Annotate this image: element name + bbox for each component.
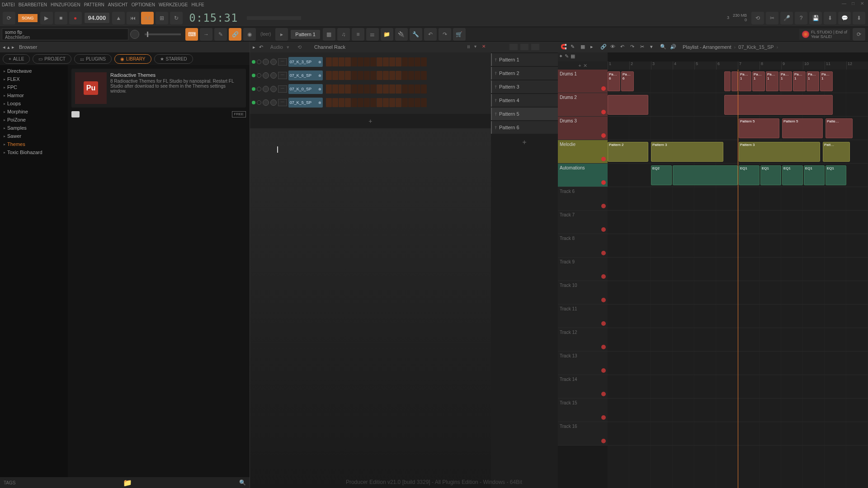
channel-pan-knob[interactable]	[263, 59, 269, 65]
time-display[interactable]: 0:15:31	[189, 12, 238, 24]
channel-pan-knob[interactable]	[263, 99, 269, 106]
tree-toxic[interactable]: Toxic Biohazard	[0, 148, 68, 156]
pl-magnet-icon[interactable]: 🧲	[561, 44, 568, 50]
browser-back-icon[interactable]: ◂	[3, 44, 5, 50]
step[interactable]	[351, 98, 357, 107]
close-button[interactable]: ✕	[858, 1, 866, 7]
help-button[interactable]: ?	[795, 12, 807, 24]
tool-button[interactable]: 🔧	[410, 28, 422, 41]
step[interactable]	[339, 71, 344, 80]
save-button[interactable]: 💾	[809, 12, 822, 24]
clip[interactable]: EQ1	[739, 165, 760, 185]
channel-vol-knob[interactable]	[270, 59, 277, 65]
step[interactable]	[402, 84, 408, 94]
step[interactable]	[421, 71, 427, 80]
tree-harmor[interactable]: Harmor	[0, 91, 68, 99]
account-button[interactable]: ⬇	[853, 12, 865, 24]
tab-plugins[interactable]: ⚏PLUGINS	[74, 54, 112, 64]
pl-tool-2[interactable]: ▦	[580, 44, 588, 50]
clip[interactable]: Pattern 5	[739, 118, 779, 138]
step[interactable]	[364, 84, 370, 94]
tab-project[interactable]: ▭PROJECT	[33, 54, 71, 64]
clip[interactable]: Patt…	[823, 142, 850, 162]
channel-route[interactable]: ---	[278, 85, 287, 93]
rack-dropdown-icon[interactable]: ▾	[287, 44, 289, 50]
step[interactable]	[370, 84, 376, 94]
pl-add-icon[interactable]: ✦	[559, 53, 563, 61]
main-volume-knob[interactable]	[130, 30, 139, 39]
step[interactable]	[383, 57, 389, 66]
undo-button[interactable]: ↶	[424, 28, 437, 41]
record-button[interactable]: ●	[69, 12, 82, 24]
step[interactable]	[364, 57, 370, 66]
midi-button[interactable]: ✂	[766, 12, 778, 24]
clip[interactable]: Pattern 2	[608, 142, 648, 162]
tab-starred[interactable]: ★STARRED	[154, 54, 193, 64]
step[interactable]	[415, 84, 420, 94]
step[interactable]	[389, 57, 395, 66]
step[interactable]	[364, 98, 370, 107]
track-header[interactable]: Drums 1	[558, 70, 608, 93]
clip[interactable]: Pattern 5	[782, 118, 823, 138]
pl-tool-1[interactable]: ✎	[571, 44, 578, 50]
snap-selector[interactable]: (leer)	[260, 32, 271, 37]
pattern-selector[interactable]: Pattern 1	[291, 30, 320, 39]
clip[interactable]: Pa…6	[608, 71, 620, 91]
step[interactable]	[415, 71, 420, 80]
clip[interactable]: Patte…	[826, 118, 853, 138]
clip[interactable]	[673, 165, 738, 185]
step[interactable]	[415, 57, 420, 66]
step[interactable]	[345, 98, 351, 107]
picker-btn-3[interactable]	[531, 44, 539, 50]
countdown-button[interactable]: 3.2	[141, 12, 154, 24]
live-button[interactable]: ◉	[243, 28, 256, 41]
menu-optionen[interactable]: OPTIONEN	[132, 2, 155, 7]
snap-arrow[interactable]: ▸	[275, 28, 288, 41]
step[interactable]	[345, 57, 351, 66]
step[interactable]	[339, 98, 344, 107]
browser-fwd-icon[interactable]: ▸	[12, 44, 14, 50]
channel-name[interactable]: 07_K_6_SP ⊕	[288, 70, 323, 80]
pattern-item[interactable]: ⫯Pattern 2	[491, 67, 558, 80]
menu-ansicht[interactable]: ANSICHT	[108, 2, 128, 7]
channel-led[interactable]	[252, 74, 255, 77]
track-header[interactable]: Automations	[558, 164, 608, 187]
view-pianoroll-button[interactable]: ♫	[337, 28, 350, 41]
clip[interactable]	[724, 95, 833, 115]
track-header[interactable]: Melodie	[558, 140, 608, 164]
step[interactable]	[332, 71, 338, 80]
pl-eye-icon[interactable]: 👁	[610, 44, 618, 50]
clip[interactable]	[608, 95, 648, 115]
performance-monitor[interactable]: 3	[727, 16, 729, 20]
pattern-item[interactable]: ⫯Pattern 5	[491, 108, 558, 120]
track-lanes[interactable]: Pa…6Pa…6Pa…1Pa…1Pa…1Pa…1Pa…1Pa…1Pa…1Patt…	[608, 70, 868, 488]
menu-bearbeiten[interactable]: BEARBEITEN	[19, 2, 47, 7]
pl-redo-icon[interactable]: ↷	[630, 44, 637, 50]
step[interactable]	[358, 71, 363, 80]
sync-button[interactable]: ⟲	[751, 12, 764, 24]
rack-graph-icon[interactable]: ⫼	[467, 44, 473, 50]
step[interactable]	[332, 98, 338, 107]
picker-btn-1[interactable]	[509, 44, 518, 50]
step[interactable]	[364, 71, 370, 80]
step[interactable]	[326, 84, 332, 94]
clip[interactable]: Pattern 3	[651, 142, 723, 162]
tree-directwave[interactable]: Directwave	[0, 67, 68, 75]
browser-up-icon[interactable]: ▴	[7, 44, 10, 50]
clip[interactable]: Pa…1	[820, 71, 833, 91]
step[interactable]	[377, 57, 382, 66]
channel-mute[interactable]	[257, 60, 261, 64]
track-header[interactable]: Drums 2	[558, 93, 608, 117]
view-browser-button[interactable]: 📁	[381, 28, 393, 41]
step-edit-button[interactable]: →	[200, 28, 212, 41]
tree-themes[interactable]: Themes	[0, 140, 68, 148]
step[interactable]	[326, 71, 332, 80]
shop-button[interactable]: 🛒	[453, 28, 466, 41]
track-header-empty[interactable]: Track 8	[558, 234, 608, 258]
step[interactable]	[351, 71, 357, 80]
clip[interactable]: EQ1	[760, 165, 781, 185]
channel-led[interactable]	[252, 87, 255, 91]
step[interactable]	[421, 84, 427, 94]
track-mute[interactable]	[601, 274, 606, 279]
channel-mute[interactable]	[257, 73, 261, 78]
